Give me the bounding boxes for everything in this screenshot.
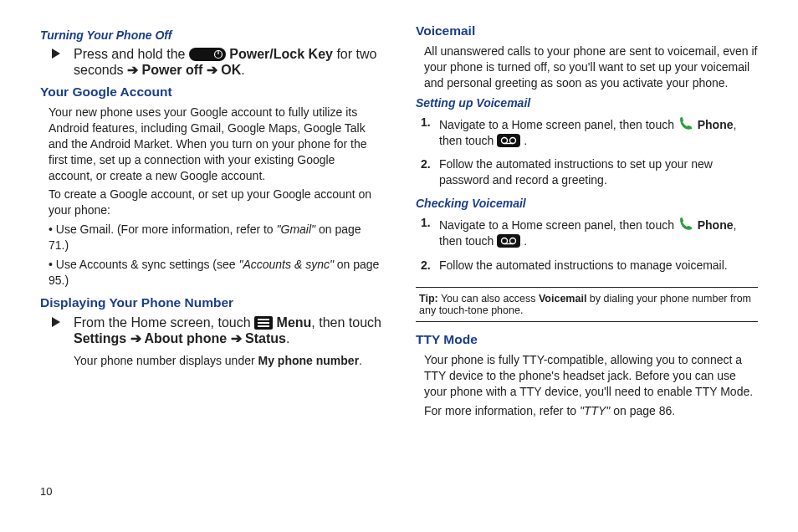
- right-column: Voicemail All unanswered calls to your p…: [416, 23, 758, 477]
- menu-icon: [254, 316, 273, 330]
- reference: "TTY": [580, 404, 610, 417]
- paragraph: All unanswered calls to your phone are s…: [416, 43, 758, 91]
- svg-rect-1: [189, 48, 226, 61]
- label-power-off: Power off: [142, 63, 203, 77]
- text: Your phone number displays under: [74, 354, 258, 367]
- label-voicemail: Voicemail: [539, 293, 586, 304]
- ordered-list: 1. Navigate to a Home screen panel, then…: [416, 215, 758, 274]
- label-menu: Menu: [277, 315, 312, 330]
- list-item: Use Accounts & sync settings (see "Accou…: [49, 257, 382, 289]
- heading-google-account: Your Google Account: [40, 84, 382, 100]
- label-my-phone-number: My phone number: [258, 354, 360, 367]
- arrow-icon: [207, 63, 221, 77]
- label-ok: OK: [221, 63, 241, 77]
- step-power-off: Press and hold the Power/Lock Key for tw…: [40, 47, 382, 78]
- label-settings: Settings: [74, 331, 126, 345]
- heading-tty-mode: TTY Mode: [416, 332, 758, 347]
- svg-marker-0: [52, 49, 60, 59]
- step-number: 2.: [421, 156, 431, 172]
- paragraph: Your new phone uses your Google account …: [40, 105, 382, 183]
- text: From the Home screen, touch: [74, 315, 254, 330]
- text: .: [520, 134, 527, 147]
- power-key-icon: [189, 48, 226, 61]
- tip-box: Tip: You can also access Voicemail by di…: [416, 287, 758, 322]
- bullet-list: Use Gmail. (For more information, refer …: [40, 222, 382, 289]
- list-item: 1. Navigate to a Home screen panel, then…: [439, 115, 758, 149]
- svg-rect-6: [258, 319, 269, 320]
- text: .: [359, 354, 362, 367]
- label-phone: Phone: [698, 218, 734, 232]
- label-power-lock-key: Power/Lock Key: [229, 47, 333, 61]
- phone-icon: [678, 215, 694, 232]
- list-item: 2. Follow the automated instructions to …: [439, 156, 758, 188]
- svg-marker-4: [52, 317, 60, 327]
- paragraph: Your phone number displays under My phon…: [74, 353, 382, 369]
- heading-setup-voicemail: Setting up Voicemail: [416, 96, 758, 110]
- arrow-icon: [231, 331, 245, 345]
- svg-rect-13: [497, 234, 520, 248]
- text: Navigate to a Home screen panel, then to…: [439, 118, 678, 131]
- paragraph: Your phone is fully TTY-compatible, allo…: [416, 352, 758, 400]
- phone-icon: [678, 115, 694, 131]
- label-phone: Phone: [698, 118, 734, 131]
- heading-check-voicemail: Checking Voicemail: [416, 197, 758, 210]
- list-item: Use Gmail. (For more information, refer …: [49, 222, 382, 253]
- page-content: Turning Your Phone Off Press and hold th…: [0, 0, 798, 485]
- text: .: [286, 331, 289, 345]
- heading-turning-off: Turning Your Phone Off: [40, 28, 382, 42]
- text: .: [520, 234, 527, 248]
- svg-rect-9: [497, 134, 520, 147]
- heading-display-number: Displaying Your Phone Number: [40, 295, 382, 310]
- text: .: [241, 63, 244, 77]
- text: Press and hold the: [74, 47, 189, 61]
- paragraph: To create a Google account, or set up yo…: [40, 187, 382, 218]
- triangle-bullet-icon: [52, 317, 60, 327]
- step-number: 1.: [421, 115, 431, 130]
- text: Use Gmail. (For more information, refer …: [56, 223, 277, 236]
- svg-rect-8: [258, 325, 269, 327]
- text: You can also access: [438, 293, 539, 304]
- step-display-number: From the Home screen, touch Menu, then t…: [40, 315, 382, 369]
- label-status: Status: [245, 331, 286, 345]
- paragraph: For more information, refer to "TTY" on …: [416, 403, 758, 419]
- text: Follow the automated instructions to set…: [439, 157, 713, 187]
- text: Use Accounts & sync settings (see: [56, 258, 239, 271]
- text: Follow the automated instructions to man…: [439, 258, 728, 272]
- step-number: 1.: [421, 215, 431, 231]
- arrow-icon: [127, 63, 141, 77]
- tip-label: Tip:: [419, 293, 438, 304]
- svg-rect-7: [258, 322, 269, 324]
- triangle-bullet-icon: [52, 49, 60, 59]
- voicemail-icon: [497, 234, 520, 248]
- reference: "Accounts & sync": [238, 258, 333, 271]
- text: For more information, refer to: [424, 404, 580, 417]
- text: , then touch: [311, 315, 381, 330]
- reference: "Gmail": [277, 223, 316, 236]
- list-item: 1. Navigate to a Home screen panel, then…: [439, 215, 758, 249]
- voicemail-icon: [497, 134, 520, 147]
- arrow-icon: [130, 331, 145, 345]
- step-number: 2.: [421, 258, 431, 274]
- ordered-list: 1. Navigate to a Home screen panel, then…: [416, 115, 758, 189]
- text: Navigate to a Home screen panel, then to…: [439, 218, 678, 232]
- left-column: Turning Your Phone Off Press and hold th…: [40, 23, 382, 477]
- text: on page 86.: [610, 404, 675, 417]
- label-about-phone: About phone: [144, 331, 227, 345]
- page-number: 10: [0, 485, 798, 498]
- list-item: 2. Follow the automated instructions to …: [439, 258, 758, 274]
- heading-voicemail: Voicemail: [416, 23, 758, 38]
